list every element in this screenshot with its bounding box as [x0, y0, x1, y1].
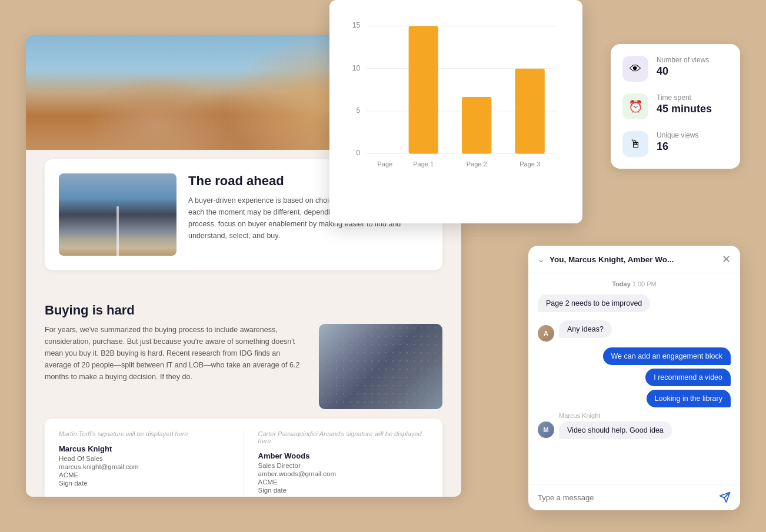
msg-engagement-bubble: We can add an engagement block	[603, 347, 731, 365]
time-label: Time spent	[657, 93, 712, 102]
svg-text:Page 2: Page 2	[467, 160, 487, 168]
svg-text:5: 5	[356, 106, 360, 115]
chat-close-button[interactable]: ✕	[722, 254, 731, 265]
chat-send-button[interactable]	[719, 491, 731, 503]
sig-name-right: Amber Woods	[258, 451, 429, 460]
sig-email-left: marcus.knight@gmail.com	[59, 463, 229, 470]
svg-text:15: 15	[352, 21, 361, 29]
msg-any-ideas-bubble: Any ideas?	[559, 320, 612, 338]
buying-hard-title: Buying is hard	[45, 303, 442, 318]
sig-date-right: Sign date	[258, 487, 429, 494]
chat-messages: Today 1:00 PM Page 2 needs to be improve…	[528, 273, 740, 484]
unique-views-label: Unique views	[657, 131, 698, 139]
chat-header-left: ⌄ You, Marcus Knight, Amber Wo...	[538, 255, 674, 264]
chart-svg: 15 10 5 0 Page Page 1 Page 2 Page 3	[344, 12, 568, 188]
views-label: Number of views	[657, 56, 709, 64]
chat-header: ⌄ You, Marcus Knight, Amber Wo... ✕	[528, 246, 740, 273]
sig-placeholder-right: Carter Passaquindici Arcand's signature …	[258, 430, 429, 444]
hex-pattern-graphic	[319, 324, 442, 409]
msg-any-ideas-row: A Any ideas?	[538, 320, 731, 342]
chart-panel: 15 10 5 0 Page Page 1 Page 2 Page 3	[329, 0, 582, 223]
unique-views-value: 16	[657, 140, 698, 153]
signature-row: Martin Torff's signature will be display…	[59, 430, 428, 495]
svg-text:0: 0	[356, 149, 360, 157]
chat-title: You, Marcus Knight, Amber Wo...	[549, 255, 674, 264]
svg-rect-9	[462, 97, 491, 154]
sig-date-left: Sign date	[59, 480, 229, 487]
hex-image	[319, 324, 442, 409]
views-stat-text: Number of views 40	[657, 56, 709, 78]
svg-text:Page: Page	[377, 160, 392, 168]
unique-views-stat-item: 🖱 Unique views 16	[622, 131, 728, 157]
svg-rect-8	[409, 26, 438, 153]
chat-input-area	[528, 484, 740, 510]
signature-card: Martin Torff's signature will be display…	[45, 419, 442, 497]
chat-timestamp: Today 1:00 PM	[538, 280, 731, 287]
time-stat-item: ⏰ Time spent 45 minutes	[622, 93, 728, 119]
sig-col-left: Martin Torff's signature will be display…	[59, 430, 229, 495]
msg-good-idea-bubble: Video should help. Good idea	[559, 421, 672, 439]
sig-company-right: ACME	[258, 479, 429, 486]
time-stat-text: Time spent 45 minutes	[657, 93, 712, 115]
buying-hard-text: For years, we've summarized the buying p…	[45, 324, 307, 383]
views-icon: 👁	[622, 56, 648, 82]
views-stat-item: 👁 Number of views 40	[622, 56, 728, 82]
buying-hard-section: Buying is hard For years, we've summariz…	[26, 293, 461, 419]
svg-text:Page 1: Page 1	[413, 160, 434, 168]
sig-name-left: Marcus Knight	[59, 444, 229, 453]
marcus-sender-name: Marcus Knight	[559, 412, 731, 419]
marcus-avatar: M	[538, 421, 554, 438]
sig-placeholder-left: Martin Torff's signature will be display…	[59, 430, 229, 437]
chat-message-input[interactable]	[538, 493, 713, 502]
svg-text:Page 3: Page 3	[519, 160, 540, 168]
views-value: 40	[657, 65, 709, 78]
time-icon: ⏰	[622, 93, 648, 119]
buying-hard-inner: For years, we've summarized the buying p…	[45, 324, 442, 409]
msg-page2-bubble: Page 2 needs to be improved	[538, 295, 650, 312]
sig-role-right: Sales Director	[258, 462, 429, 469]
msg-page2-row: Page 2 needs to be improved	[538, 295, 731, 316]
sig-company-left: ACME	[59, 471, 229, 479]
sig-divider	[244, 430, 244, 495]
msg-video-bubble: I recommend a video	[645, 369, 731, 386]
msg-good-idea-row: M Video should help. Good idea	[538, 421, 731, 443]
sig-role-left: Head Of Sales	[59, 455, 229, 462]
send-icon	[719, 491, 731, 503]
timestamp-today: Today	[612, 280, 631, 287]
msg-library-bubble: Looking in the library	[647, 390, 731, 407]
msg-suggestions-group: We can add an engagement block I recomme…	[538, 347, 731, 407]
svg-rect-10	[515, 69, 545, 154]
chat-panel: ⌄ You, Marcus Knight, Amber Wo... ✕ Toda…	[528, 246, 740, 510]
amber-avatar: A	[538, 325, 554, 342]
unique-views-icon: 🖱	[622, 131, 648, 157]
chat-collapse-button[interactable]: ⌄	[538, 255, 545, 264]
unique-views-stat-text: Unique views 16	[657, 131, 698, 153]
sig-email-right: amber.woods@gmail.com	[258, 470, 429, 477]
svg-text:10: 10	[352, 64, 361, 72]
road-line-graphic	[116, 206, 119, 256]
time-value: 45 minutes	[657, 103, 712, 115]
sig-col-right: Carter Passaquindici Arcand's signature …	[258, 430, 429, 495]
stats-panel: 👁 Number of views 40 ⏰ Time spent 45 min…	[611, 44, 740, 169]
bar-chart: 15 10 5 0 Page Page 1 Page 2 Page 3	[344, 12, 568, 188]
buying-hard-body: For years, we've summarized the buying p…	[45, 324, 307, 383]
road-image	[59, 173, 176, 256]
